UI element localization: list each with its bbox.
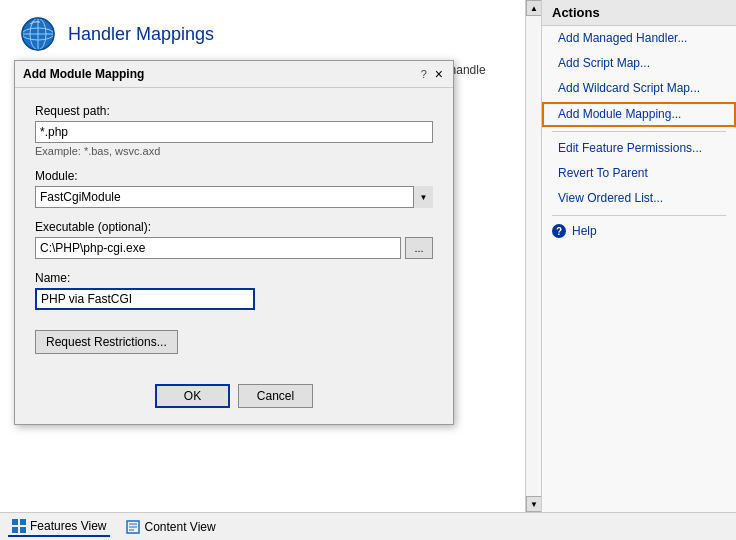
dialog-close-button[interactable]: × xyxy=(433,67,445,81)
request-path-hint: Example: *.bas, wsvc.axd xyxy=(35,145,433,157)
actions-panel: Actions Add Managed Handler... Add Scrip… xyxy=(541,0,736,512)
content-view-icon xyxy=(126,520,140,534)
features-view-tab[interactable]: Features View xyxy=(8,517,110,537)
scroll-up-button[interactable]: ▲ xyxy=(526,0,541,16)
name-input[interactable] xyxy=(35,288,255,310)
panel-header: Handler Mappings xyxy=(20,16,521,52)
bottom-bar: Features View Content View xyxy=(0,512,736,540)
add-module-mapping-dialog: Add Module Mapping ? × Request path: Exa… xyxy=(14,60,454,425)
svg-rect-7 xyxy=(20,519,26,525)
executable-row: ... xyxy=(35,237,433,259)
main-scrollbar[interactable]: ▲ ▼ xyxy=(525,0,541,512)
executable-input[interactable] xyxy=(35,237,401,259)
panel-title: Handler Mappings xyxy=(68,24,214,45)
action-revert-to-parent[interactable]: Revert To Parent xyxy=(542,161,736,186)
actions-divider xyxy=(552,131,726,132)
dialog-title: Add Module Mapping xyxy=(23,67,144,81)
cancel-button[interactable]: Cancel xyxy=(238,384,313,408)
svg-rect-9 xyxy=(20,527,26,533)
dialog-footer: OK Cancel xyxy=(15,374,453,424)
dialog-body: Request path: Example: *.bas, wsvc.axd M… xyxy=(15,88,453,374)
executable-group: Executable (optional): ... xyxy=(35,220,433,259)
name-label: Name: xyxy=(35,271,433,285)
request-restrictions-button[interactable]: Request Restrictions... xyxy=(35,330,178,354)
dialog-controls: ? × xyxy=(421,67,445,81)
name-group: Name: xyxy=(35,271,433,310)
request-path-label: Request path: xyxy=(35,104,433,118)
help-label: Help xyxy=(572,224,597,238)
action-add-managed-handler[interactable]: Add Managed Handler... xyxy=(542,26,736,51)
request-path-group: Request path: Example: *.bas, wsvc.axd xyxy=(35,104,433,157)
actions-header: Actions xyxy=(542,0,736,26)
module-select[interactable]: FastCgiModule xyxy=(35,186,433,208)
scroll-track xyxy=(526,16,541,496)
ok-button[interactable]: OK xyxy=(155,384,230,408)
features-view-label: Features View xyxy=(30,519,106,533)
content-view-tab[interactable]: Content View xyxy=(122,518,219,536)
main-panel: Handler Mappings Use this feature to spe… xyxy=(0,0,541,512)
action-view-ordered-list[interactable]: View Ordered List... xyxy=(542,186,736,211)
iis-icon xyxy=(20,16,56,52)
dialog-help-button[interactable]: ? xyxy=(421,68,427,80)
actions-divider-2 xyxy=(552,215,726,216)
scroll-down-button[interactable]: ▼ xyxy=(526,496,541,512)
action-edit-feature-permissions[interactable]: Edit Feature Permissions... xyxy=(542,136,736,161)
svg-rect-8 xyxy=(12,527,18,533)
browse-button[interactable]: ... xyxy=(405,237,433,259)
content-view-label: Content View xyxy=(144,520,215,534)
help-icon: ? xyxy=(552,224,566,238)
executable-label: Executable (optional): xyxy=(35,220,433,234)
action-add-wildcard-script-map[interactable]: Add Wildcard Script Map... xyxy=(542,76,736,101)
svg-rect-6 xyxy=(12,519,18,525)
module-select-wrapper: FastCgiModule ▼ xyxy=(35,186,433,208)
action-add-module-mapping[interactable]: Add Module Mapping... xyxy=(542,102,736,127)
action-add-script-map[interactable]: Add Script Map... xyxy=(542,51,736,76)
request-path-input[interactable] xyxy=(35,121,433,143)
dialog-titlebar: Add Module Mapping ? × xyxy=(15,61,453,88)
features-view-icon xyxy=(12,519,26,533)
module-group: Module: FastCgiModule ▼ xyxy=(35,169,433,208)
action-help[interactable]: ? Help xyxy=(542,220,736,242)
module-label: Module: xyxy=(35,169,433,183)
